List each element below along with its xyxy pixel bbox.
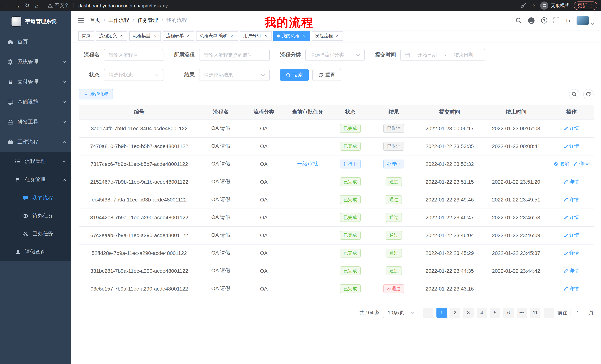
select-placeholder: 请选择流程分类 (310, 52, 344, 58)
page-button-6[interactable]: 6 (503, 307, 514, 318)
process-definition-input[interactable] (199, 49, 270, 61)
page-button-1[interactable]: 1 (436, 307, 447, 318)
chevron-down-icon (356, 54, 360, 56)
page-button-3[interactable]: 3 (463, 307, 474, 318)
security-indicator[interactable]: 不安全 (48, 2, 69, 9)
detail-action-link[interactable]: 详情 (564, 268, 579, 274)
detail-action-link[interactable]: 详情 (564, 214, 579, 221)
list-icon (15, 158, 21, 164)
page-button-11[interactable]: 11 (530, 307, 541, 318)
sidebar-item-workflow[interactable]: 工作流程 (0, 132, 71, 152)
cancel-action-link[interactable]: 取消 (554, 161, 569, 167)
table-row: 819442e8-7b9a-11ec-a290-acde48001122OA 请… (79, 209, 594, 226)
fullscreen-icon[interactable] (553, 18, 559, 23)
back-icon[interactable]: ← (4, 1, 12, 10)
sidebar-item-system[interactable]: 系统管理 (0, 52, 71, 72)
breadcrumb-item[interactable]: 首页 (90, 17, 100, 24)
detail-action-link[interactable]: 详情 (564, 143, 579, 150)
tab-chip[interactable]: 流程定义× (96, 31, 127, 41)
logo[interactable]: 芋道管理系统 (0, 11, 71, 32)
password-key-icon[interactable] (520, 3, 526, 9)
forward-icon[interactable]: → (13, 1, 21, 10)
annotation-title: 我的流程 (264, 15, 313, 30)
result-select[interactable]: 请选择流结果 (199, 69, 270, 81)
process-name-input[interactable] (104, 49, 163, 61)
sidebar-item-leave-query[interactable]: 请假查询 (0, 243, 71, 261)
tab-chip[interactable]: 流程模型× (129, 31, 161, 41)
cell-actions: 详情 (549, 191, 594, 209)
toggle-search-button[interactable] (569, 89, 580, 99)
bookmark-star-icon[interactable]: ☆ (531, 2, 536, 9)
submit-time-range-picker[interactable]: 开始日期 - 结束日期 (401, 49, 485, 61)
tab-close-icon[interactable]: × (263, 33, 268, 38)
home-icon[interactable]: ⌂ (33, 1, 41, 10)
goto-page-input[interactable] (571, 307, 585, 318)
cell-status: 已完成 (330, 262, 371, 280)
reset-button[interactable]: 重置 (312, 69, 341, 81)
detail-action-link[interactable]: 详情 (564, 250, 579, 256)
tab-close-icon[interactable]: × (301, 33, 306, 38)
cell-id: 331bc281-7b9a-11ec-a290-acde48001122 (79, 262, 200, 280)
status-select[interactable]: 请选择状态 (104, 69, 163, 81)
detail-action-link[interactable]: 详情 (564, 285, 579, 292)
update-button[interactable]: 更新 ⋮ (574, 1, 597, 10)
sidebar-item-my-process[interactable]: 我的流程 (0, 189, 71, 207)
prev-page-button[interactable]: ‹ (423, 307, 433, 318)
breadcrumb-item[interactable]: 任务管理 (137, 17, 158, 24)
breadcrumb-item[interactable]: 工作流程 (109, 17, 129, 24)
reload-icon[interactable]: ↻ (23, 1, 31, 10)
sidebar-toggle-icon[interactable] (71, 18, 90, 23)
sidebar-item-process-management[interactable]: 流程管理 (0, 152, 71, 171)
page-size-select[interactable]: 10条/页 (383, 307, 419, 318)
sidebar-item-infrastructure[interactable]: 基础设施 (0, 92, 71, 112)
result-tag: 已取消 (383, 124, 404, 133)
sidebar-item-todo-tasks[interactable]: 待办任务 (0, 207, 71, 225)
page-button-4[interactable]: 4 (477, 307, 487, 318)
chevron-down-icon (261, 74, 265, 76)
browser-chrome: ← → ↻ ⌂ 不安全 dashboard.yudao.iocoder.cn/b… (0, 0, 601, 11)
help-icon[interactable]: ? (541, 17, 548, 24)
page-ellipsis[interactable]: ••• (517, 307, 527, 318)
cell-current-task (286, 191, 330, 209)
tab-chip[interactable]: 流程表单-编辑× (196, 31, 238, 41)
tab-chip[interactable]: 首页 (78, 31, 94, 41)
tab-close-icon[interactable]: × (152, 33, 158, 38)
search-button[interactable]: 搜索 (280, 69, 309, 81)
next-page-button[interactable]: › (544, 307, 554, 318)
tab-chip[interactable]: 我的流程× (273, 31, 310, 41)
github-icon[interactable] (528, 17, 535, 24)
tab-chip[interactable]: 发起流程× (312, 31, 343, 41)
detail-action-link[interactable]: 详情 (564, 125, 579, 132)
page-button-5[interactable]: 5 (490, 307, 500, 318)
column-header: 编号 (79, 105, 200, 119)
sidebar-item-home[interactable]: 首页 (0, 32, 71, 52)
address-bar[interactable]: dashboard.yudao.iocoder.cn/bpm/task/my (78, 3, 168, 8)
font-size-icon[interactable]: TT (565, 18, 571, 23)
detail-action-link[interactable]: 详情 (564, 232, 579, 239)
page-button-2[interactable]: 2 (450, 307, 460, 318)
cell-status: 已完成 (330, 244, 371, 262)
page-list: 123456•••11 (436, 307, 541, 318)
detail-action-link[interactable]: 详情 (564, 196, 579, 203)
user-menu[interactable] (576, 16, 594, 25)
create-process-button[interactable]: ＋ 发起流程 (79, 89, 113, 99)
sidebar-item-task-management[interactable]: 任务管理 (0, 171, 71, 189)
gear-icon (7, 59, 13, 65)
detail-action-link[interactable]: 详情 (574, 161, 589, 167)
tab-close-icon[interactable]: × (230, 33, 235, 38)
current-task-link[interactable]: 一级审批 (297, 161, 318, 167)
search-icon[interactable] (516, 17, 522, 24)
menu-dots-icon[interactable]: ⋮ (589, 3, 594, 8)
tab-close-icon[interactable]: × (335, 33, 340, 38)
tab-chip[interactable]: 流程表单× (163, 31, 194, 41)
sidebar-item-done-tasks[interactable]: 已办任务 (0, 225, 71, 243)
sidebar-item-payment[interactable]: ¥ 支付管理 (0, 72, 71, 92)
sidebar-item-dev-tools[interactable]: 研发工具 (0, 112, 71, 132)
category-select[interactable]: 请选择流程分类 (305, 49, 365, 61)
detail-action-link[interactable]: 详情 (564, 179, 579, 185)
cell-actions: 详情 (549, 280, 594, 297)
tab-close-icon[interactable]: × (186, 33, 191, 38)
tab-chip[interactable]: 用户分组× (240, 31, 271, 41)
tab-close-icon[interactable]: × (119, 33, 124, 38)
refresh-table-button[interactable] (583, 89, 594, 99)
